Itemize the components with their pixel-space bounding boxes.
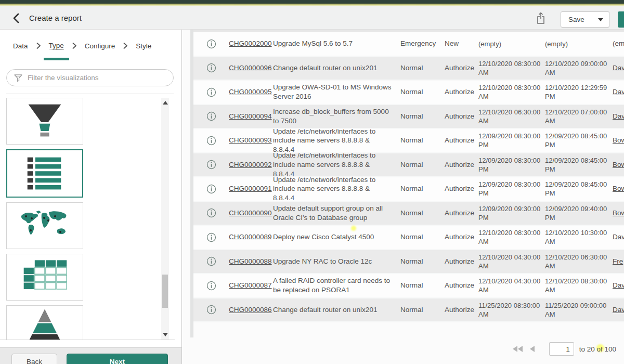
assigned-to-link[interactable]: Dav bbox=[613, 232, 624, 242]
planned-start-cell: 12/10/2020 08:30:00 AM bbox=[478, 83, 545, 101]
planned-start-cell: 12/09/2020 08:30:00 PM bbox=[478, 156, 545, 174]
tab-configure[interactable]: Configure bbox=[85, 42, 115, 50]
change-number-link[interactable]: CHG0000095 bbox=[229, 87, 273, 97]
next-button[interactable]: Next bbox=[67, 354, 168, 364]
change-number-link[interactable]: CHG0000091 bbox=[229, 184, 273, 193]
planned-start-cell: 12/10/2020 08:30:00 AM bbox=[478, 59, 545, 77]
wizard-breadcrumb: Data Type Configure Style bbox=[0, 30, 181, 62]
assigned-to-link[interactable]: Dav bbox=[613, 281, 624, 290]
short-description-cell: Upgrade MySql 5.6 to 5.7 bbox=[273, 39, 400, 48]
table-row: CHG0000090 Update default support group … bbox=[193, 202, 624, 226]
scroll-up-icon[interactable] bbox=[163, 101, 168, 105]
info-icon[interactable] bbox=[206, 256, 216, 266]
change-number-link[interactable]: CHG0000093 bbox=[229, 136, 273, 145]
viz-card-list[interactable] bbox=[6, 149, 83, 198]
info-icon[interactable] bbox=[206, 63, 216, 73]
page-number-input[interactable] bbox=[549, 342, 574, 356]
info-icon[interactable] bbox=[206, 160, 216, 170]
divider bbox=[6, 94, 174, 94]
change-number-link[interactable]: CHG0000092 bbox=[229, 160, 273, 170]
planned-start-cell: 12/10/2020 08:30:00 AM bbox=[478, 228, 545, 246]
tab-type[interactable]: Type bbox=[49, 42, 64, 50]
change-number-link[interactable]: CHG0000087 bbox=[229, 281, 273, 290]
assigned-to-link[interactable]: Fre bbox=[613, 257, 624, 266]
info-icon[interactable] bbox=[206, 87, 216, 97]
state-cell: Authorize bbox=[445, 305, 478, 315]
save-menu-button[interactable] bbox=[592, 11, 609, 28]
info-icon[interactable] bbox=[206, 305, 216, 315]
run-button-partial[interactable] bbox=[618, 11, 624, 28]
planned-end-cell: 12/10/2020 07:00:00 AM bbox=[545, 108, 613, 125]
scrollbar-thumb[interactable] bbox=[162, 275, 168, 308]
short-description-cell: A failed RAID controller card needs to b… bbox=[273, 276, 400, 295]
short-description-cell: Deploy new Cisco Catalyst 4500 bbox=[273, 232, 400, 242]
change-number-link[interactable]: CHG0000094 bbox=[229, 112, 273, 121]
priority-cell: Emergency bbox=[400, 39, 445, 48]
assigned-to-link[interactable]: Dav bbox=[613, 112, 624, 121]
short-description-cell: Upgrade NY RAC to Oracle 12c bbox=[273, 257, 400, 266]
panel-scrollbar[interactable] bbox=[161, 98, 169, 340]
state-cell: Authorize bbox=[445, 209, 478, 218]
previous-page-icon[interactable] bbox=[530, 346, 535, 352]
table-row: CHG0000088 Upgrade NY RAC to Oracle 12c … bbox=[193, 250, 624, 275]
info-icon[interactable] bbox=[206, 184, 216, 194]
change-number-link[interactable]: CHG0000096 bbox=[229, 63, 273, 73]
report-wizard-panel: Data Type Configure Style bbox=[0, 30, 182, 364]
priority-cell: Normal bbox=[400, 136, 445, 145]
planned-end-cell: 12/09/2020 09:40:00 PM bbox=[545, 204, 613, 222]
short-description-cell: Update /etc/network/interfaces to includ… bbox=[273, 151, 400, 178]
share-icon[interactable] bbox=[535, 11, 547, 25]
info-icon[interactable] bbox=[206, 111, 216, 121]
priority-cell: Normal bbox=[400, 160, 445, 170]
tab-data[interactable]: Data bbox=[13, 42, 28, 50]
table-row: CHG0000093 Update /etc/network/interface… bbox=[193, 129, 624, 153]
tab-style[interactable]: Style bbox=[136, 42, 151, 50]
save-button[interactable]: Save bbox=[561, 11, 592, 28]
info-icon[interactable] bbox=[206, 208, 216, 218]
back-chevron-icon[interactable] bbox=[10, 12, 23, 24]
assigned-to-link[interactable]: Dav bbox=[613, 63, 624, 73]
table-row: CHG0000094 Increase db_block_buffers fro… bbox=[193, 105, 624, 129]
priority-cell: Normal bbox=[400, 112, 445, 121]
report-preview-area: CHG0002000 Upgrade MySql 5.6 to 5.7 Emer… bbox=[183, 30, 624, 364]
viz-card-funnel[interactable] bbox=[6, 98, 83, 145]
change-number-link[interactable]: CHG0002000 bbox=[229, 39, 273, 48]
change-number-link[interactable]: CHG0000089 bbox=[229, 232, 273, 242]
state-cell: Authorize bbox=[445, 281, 478, 290]
info-icon[interactable] bbox=[206, 232, 216, 242]
assigned-to-link[interactable]: Dav bbox=[613, 305, 624, 315]
info-icon[interactable] bbox=[206, 39, 216, 49]
state-cell: Authorize bbox=[445, 63, 478, 73]
assigned-to-link[interactable]: Dav bbox=[613, 87, 624, 97]
info-icon[interactable] bbox=[206, 136, 216, 146]
assigned-to-link[interactable]: Bow bbox=[613, 160, 624, 170]
scroll-down-icon[interactable] bbox=[163, 333, 168, 336]
back-button[interactable]: Back bbox=[11, 354, 57, 364]
short-description-cell: Upgrade OWA-SD-01 to MS Windows Server 2… bbox=[273, 83, 400, 101]
change-number-link[interactable]: CHG0000090 bbox=[229, 209, 273, 218]
short-description-cell: Increase db_block_buffers from 5000 to 7… bbox=[273, 107, 400, 126]
first-page-icon[interactable] bbox=[513, 346, 523, 352]
change-number-link[interactable]: CHG0000086 bbox=[229, 305, 273, 315]
assigned-to-link[interactable]: Bow bbox=[613, 209, 624, 218]
filter-visualizations-input[interactable] bbox=[28, 74, 173, 82]
assigned-to-link[interactable]: Bow bbox=[613, 184, 624, 193]
planned-end-cell: 12/09/2020 08:45:00 PM bbox=[545, 156, 613, 174]
assigned-to-link[interactable]: Bow bbox=[613, 136, 624, 145]
table-row: CHG0000096 Change default router on unix… bbox=[193, 57, 624, 81]
planned-end-cell: 12/09/2020 08:45:00 PM bbox=[545, 132, 613, 149]
caret-down-icon bbox=[598, 18, 603, 21]
change-number-link[interactable]: CHG0000088 bbox=[229, 257, 273, 266]
heatmap-icon bbox=[20, 258, 70, 296]
visualization-filter bbox=[6, 69, 174, 86]
viz-card-heatmap[interactable] bbox=[6, 254, 83, 301]
short-description-cell: Change default router on unix201 bbox=[273, 63, 400, 73]
priority-cell: Normal bbox=[400, 232, 445, 242]
viz-card-pyramid[interactable] bbox=[6, 305, 83, 340]
info-icon[interactable] bbox=[206, 281, 216, 291]
cursor-highlight bbox=[351, 226, 356, 231]
short-description-cell: Update /etc/network/interfaces to includ… bbox=[273, 127, 400, 154]
short-description-cell: Update default support group on all Orac… bbox=[273, 204, 400, 223]
viz-card-map[interactable] bbox=[6, 202, 83, 249]
planned-end-cell: 12/10/2020 09:00:00 AM bbox=[545, 59, 613, 77]
